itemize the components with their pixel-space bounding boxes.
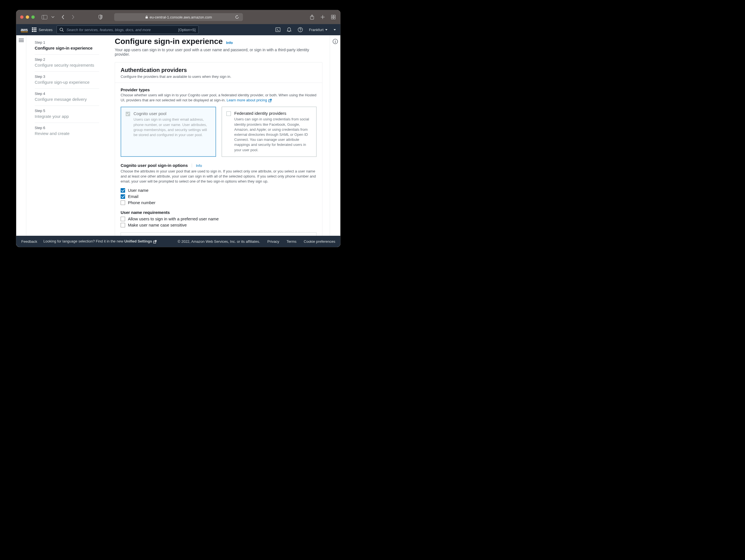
- panel-heading: Authentication providers: [121, 67, 317, 73]
- step-number: Step 2: [35, 57, 99, 62]
- lock-icon: [145, 15, 148, 19]
- option-preferred-username[interactable]: Allow users to sign in with a preferred …: [121, 216, 317, 221]
- aws-search-input[interactable]: Search for services, features, blogs, do…: [57, 26, 199, 34]
- wizard-step-1[interactable]: Step 1 Configure sign-in experience: [35, 37, 99, 55]
- svg-rect-0: [42, 15, 47, 19]
- provider-card-federated[interactable]: Federated identity providers Users can s…: [222, 107, 317, 157]
- checkbox[interactable]: [121, 200, 125, 205]
- close-window-button[interactable]: [20, 15, 24, 19]
- cloudshell-button[interactable]: [276, 27, 281, 32]
- minimize-window-button[interactable]: [26, 15, 29, 19]
- option-label: Phone number: [128, 200, 155, 205]
- option-label: Allow users to sign in with a preferred …: [128, 216, 219, 221]
- help-panel-toggle[interactable]: [332, 39, 338, 236]
- card-title: Federated identity providers: [234, 111, 312, 116]
- option-email[interactable]: Email: [121, 194, 317, 199]
- new-tab-button[interactable]: [320, 14, 326, 20]
- console-footer: Feedback Looking for language selection?…: [16, 236, 340, 247]
- copyright-text: © 2022, Amazon Web Services, Inc. or its…: [178, 240, 260, 244]
- provider-types-title: Provider types: [121, 87, 317, 92]
- svg-point-16: [300, 31, 300, 31]
- footer-lang-prefix: Looking for language selection? Find it …: [43, 239, 124, 243]
- option-case-sensitive[interactable]: Make user name case sensitive: [121, 223, 317, 227]
- divider: [192, 163, 192, 167]
- feedback-link[interactable]: Feedback: [21, 240, 37, 244]
- pricing-link[interactable]: Learn more about pricing: [227, 98, 272, 102]
- share-button[interactable]: [309, 14, 315, 20]
- svg-rect-9: [331, 18, 333, 19]
- tab-group-menu[interactable]: [50, 14, 56, 20]
- info-link[interactable]: Info: [196, 163, 202, 168]
- cookie-preferences-link[interactable]: Cookie preferences: [304, 240, 335, 244]
- wizard-step-4[interactable]: Step 4 Configure message delivery: [35, 89, 99, 106]
- page-subtitle: Your app users can sign in to your user …: [115, 48, 322, 57]
- search-icon: [60, 28, 64, 32]
- provider-types-desc: Choose whether users will sign in to you…: [121, 93, 317, 103]
- svg-point-11: [60, 28, 63, 31]
- browser-window: eu-central-1.console.aws.amazon.com aws …: [16, 10, 340, 247]
- wizard-step-2[interactable]: Step 2 Configure security requirements: [35, 55, 99, 72]
- option-label: User name: [128, 188, 148, 193]
- url-bar[interactable]: eu-central-1.console.aws.amazon.com: [114, 13, 243, 21]
- svg-rect-13: [276, 28, 280, 32]
- card-title: Cognito user pool: [133, 111, 211, 116]
- back-button[interactable]: [60, 14, 66, 20]
- option-username[interactable]: User name: [121, 188, 317, 193]
- card-desc: Users can sign in using credentials from…: [234, 117, 312, 152]
- svg-line-25: [155, 240, 156, 242]
- step-title: Configure sign-in experience: [35, 45, 99, 51]
- sidebar-toggle-button[interactable]: [41, 14, 47, 20]
- notifications-button[interactable]: [287, 27, 292, 32]
- svg-line-12: [62, 31, 64, 32]
- reload-button[interactable]: [234, 14, 240, 20]
- window-controls: [20, 15, 35, 19]
- account-menu[interactable]: [333, 29, 336, 31]
- services-label: Services: [39, 28, 53, 32]
- services-menu-button[interactable]: Services: [32, 27, 53, 32]
- step-title: Configure security requirements: [35, 63, 99, 67]
- tab-overview-button[interactable]: [330, 14, 336, 20]
- step-title: Review and create: [35, 131, 99, 136]
- provider-types-desc-text: Choose whether users will sign in to you…: [121, 93, 317, 102]
- info-link[interactable]: Info: [226, 40, 233, 45]
- help-button[interactable]: [298, 27, 303, 32]
- services-grid-icon: [32, 27, 36, 32]
- external-link-icon: [268, 99, 272, 102]
- workspace: Step 1 Configure sign-in experience Step…: [16, 35, 340, 236]
- search-placeholder: Search for services, features, blogs, do…: [67, 28, 151, 32]
- wizard-step-3[interactable]: Step 3 Configure sign-up experience: [35, 72, 99, 89]
- svg-rect-23: [335, 41, 335, 43]
- region-selector[interactable]: Frankfurt: [309, 28, 327, 32]
- option-label: Email: [128, 194, 138, 199]
- left-gutter: [16, 35, 26, 236]
- wizard-step-5[interactable]: Step 5 Integrate your app: [35, 106, 99, 123]
- aws-logo[interactable]: aws: [21, 27, 28, 32]
- unified-settings-link[interactable]: Unified Settings: [124, 239, 157, 243]
- terms-link[interactable]: Terms: [287, 240, 296, 244]
- privacy-shield-icon[interactable]: [97, 14, 103, 20]
- checkbox[interactable]: [121, 217, 125, 221]
- checkbox[interactable]: [121, 223, 125, 227]
- step-number: Step 1: [35, 40, 99, 44]
- option-label: Make user name case sensitive: [128, 223, 187, 227]
- step-title: Configure sign-up experience: [35, 80, 99, 85]
- checkbox[interactable]: [121, 194, 125, 199]
- unified-settings-text: Unified Settings: [124, 239, 152, 243]
- step-number: Step 5: [35, 108, 99, 113]
- option-phone[interactable]: Phone number: [121, 200, 317, 205]
- side-nav-toggle[interactable]: [19, 39, 24, 236]
- svg-rect-10: [333, 18, 335, 19]
- wizard-steps: Step 1 Configure sign-in experience Step…: [26, 35, 107, 236]
- search-shortcut: [Option+S]: [178, 28, 196, 32]
- browser-toolbar: eu-central-1.console.aws.amazon.com: [16, 10, 340, 24]
- maximize-window-button[interactable]: [31, 15, 35, 19]
- forward-button[interactable]: [70, 14, 76, 20]
- panel-subheading: Configure the providers that are availab…: [121, 74, 317, 79]
- checkbox[interactable]: [121, 188, 125, 193]
- svg-rect-2: [145, 17, 148, 19]
- privacy-link[interactable]: Privacy: [267, 240, 279, 244]
- checkbox-icon: [226, 112, 231, 116]
- username-req-title: User name requirements: [121, 210, 317, 215]
- svg-point-22: [335, 40, 335, 40]
- wizard-step-6[interactable]: Step 6 Review and create: [35, 123, 99, 140]
